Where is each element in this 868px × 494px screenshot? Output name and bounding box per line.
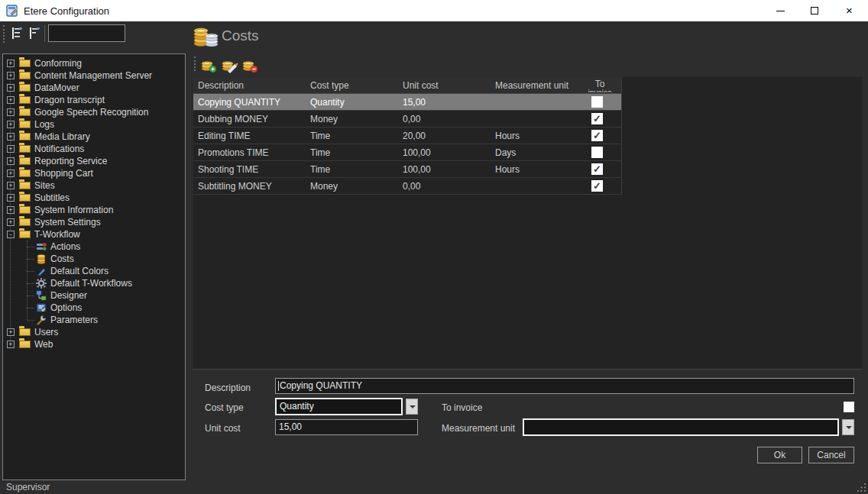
edit-cost-button[interactable] — [220, 56, 238, 74]
coins-edit-icon — [220, 56, 238, 74]
folder-icon — [19, 328, 31, 336]
folder-icon — [19, 170, 31, 177]
sidebar-item-google-speech-recognition[interactable]: +Google Speech Recognition — [3, 106, 185, 118]
chevron-down-icon[interactable] — [842, 419, 854, 435]
ok-button[interactable]: Ok — [757, 447, 802, 463]
description-label: Description — [205, 383, 251, 393]
column-header-description[interactable]: Description — [198, 80, 244, 91]
options-icon — [36, 302, 47, 313]
table-row[interactable]: Promotions TIME Time 100,00 Days — [193, 144, 621, 161]
sidebar-item-content-management-server[interactable]: +Content Management Server — [3, 69, 185, 82]
expand-icon[interactable]: + — [7, 182, 15, 189]
expand-icon[interactable]: + — [7, 206, 15, 214]
expand-icon[interactable]: + — [7, 121, 15, 128]
add-cost-button[interactable] — [199, 56, 218, 74]
expand-icon[interactable]: + — [7, 328, 15, 336]
sidebar-item-system-settings[interactable]: +System Settings — [3, 216, 185, 228]
to-invoice-checkbox[interactable]: ✓ — [591, 113, 603, 124]
sidebar-item-users[interactable]: +Users — [3, 326, 185, 338]
sidebar-item-actions[interactable]: Actions — [3, 241, 185, 253]
sidebar-item-notifications[interactable]: +Notifications — [3, 143, 185, 155]
expand-icon[interactable]: + — [7, 341, 15, 348]
sidebar-item-logs[interactable]: +Logs — [3, 118, 185, 131]
to-invoice-checkbox[interactable]: ✓ — [591, 180, 603, 192]
minimize-button[interactable] — [763, 0, 798, 21]
sidebar-item-parameters[interactable]: Parameters — [3, 314, 185, 326]
sidebar-item-t-workflow[interactable]: -T-Workflow — [3, 228, 185, 241]
sidebar-item-media-library[interactable]: +Media Library — [3, 131, 185, 143]
designer-icon — [36, 290, 47, 301]
folder-icon — [19, 182, 31, 189]
maximize-button[interactable] — [798, 0, 832, 21]
to-invoice-checkbox[interactable] — [591, 96, 603, 108]
expand-icon[interactable]: + — [7, 157, 15, 165]
table-row[interactable]: Subtitling MONEY Money 0,00 ✓ — [193, 178, 621, 195]
coins-add-icon — [199, 56, 218, 74]
tree-filter-input[interactable] — [48, 24, 125, 42]
delete-cost-button[interactable] — [241, 56, 259, 74]
sidebar-item-options[interactable]: Options — [3, 302, 185, 314]
sidebar-item-web[interactable]: +Web — [3, 338, 185, 350]
expand-icon[interactable]: + — [7, 218, 15, 226]
sidebar-item-sites[interactable]: +Sites — [3, 179, 185, 192]
to-invoice-checkbox[interactable] — [591, 147, 603, 158]
collapse-icon[interactable]: - — [7, 231, 15, 238]
statusbar: Supervisor — [0, 481, 868, 494]
logged-in-user: Supervisor — [6, 482, 50, 492]
expand-icon[interactable]: + — [7, 84, 15, 92]
sidebar-item-costs[interactable]: Costs — [3, 253, 185, 265]
cost-type-select[interactable]: Quantity — [275, 398, 418, 415]
sidebar-item-conforming[interactable]: +Conforming — [3, 57, 185, 69]
sidebar-item-shopping-cart[interactable]: +Shopping Cart — [3, 167, 185, 179]
unit-cost-input[interactable]: 15,00 — [275, 419, 418, 435]
titlebar: Etere Configuration × — [0, 0, 868, 21]
cancel-button[interactable]: Cancel — [808, 447, 854, 463]
costs-toolbar-grip[interactable] — [194, 57, 196, 71]
table-row[interactable]: Shooting TIME Time 100,00 Hours ✓ — [193, 161, 621, 178]
table-row[interactable]: Dubbing MONEY Money 0,00 ✓ — [193, 111, 621, 128]
sidebar-item-reporting-service[interactable]: +Reporting Service — [3, 155, 185, 167]
sidebar-item-default-colors[interactable]: Default Colors — [3, 265, 185, 277]
expand-icon[interactable]: + — [7, 108, 15, 116]
folder-icon — [19, 206, 31, 214]
column-header-to-invoice[interactable]: To invoice — [579, 79, 620, 92]
table-row[interactable]: Editing TIME Time 20,00 Hours ✓ — [193, 128, 621, 144]
table-header-row: Description Cost type Unit cost Measurem… — [193, 77, 621, 94]
expand-icon[interactable]: + — [7, 72, 15, 79]
toolbar-grip[interactable] — [3, 25, 5, 43]
costs-list-panel: Description Cost type Unit cost Measurem… — [193, 76, 863, 370]
column-header-cost-type[interactable]: Cost type — [310, 80, 349, 91]
sidebar-item-designer[interactable]: Designer — [3, 289, 185, 302]
coins-delete-icon — [241, 56, 259, 74]
gear-icon — [36, 278, 47, 289]
description-input[interactable]: Copying QUANTITY — [275, 378, 854, 394]
expand-icon[interactable]: + — [7, 133, 15, 140]
sidebar-item-subtitles[interactable]: +Subtitles — [3, 192, 185, 204]
coins-icon — [36, 253, 47, 264]
tree-expand-icon[interactable] — [10, 26, 24, 40]
to-invoice-checkbox[interactable]: ✓ — [591, 163, 603, 175]
table-row[interactable]: Copying QUANTITY Quantity 15,00 — [193, 94, 621, 111]
to-invoice-form-checkbox[interactable] — [844, 402, 854, 412]
app-logo-icon — [6, 4, 20, 18]
sidebar-item-datamover[interactable]: +DataMover — [3, 82, 185, 94]
tree-collapse-icon[interactable] — [28, 26, 42, 40]
sidebar-item-dragon-transcript[interactable]: +Dragon transcript — [3, 94, 185, 106]
measurement-unit-select[interactable] — [523, 418, 854, 436]
column-header-unit-cost[interactable]: Unit cost — [403, 80, 439, 91]
sidebar-item-default-t-workflows[interactable]: Default T-Workflows — [3, 277, 185, 289]
expand-icon[interactable]: + — [7, 60, 15, 67]
column-header-measurement-unit[interactable]: Measurement unit — [495, 80, 568, 91]
expand-icon[interactable]: + — [7, 170, 15, 177]
folder-icon — [19, 96, 31, 104]
expand-icon[interactable]: + — [7, 194, 15, 202]
expand-icon[interactable]: + — [7, 96, 15, 104]
close-button[interactable]: × — [832, 0, 866, 21]
resize-grip[interactable] — [857, 483, 866, 492]
to-invoice-checkbox[interactable]: ✓ — [591, 130, 603, 141]
folder-icon — [19, 72, 31, 79]
chevron-down-icon[interactable] — [406, 399, 418, 415]
measurement-unit-label: Measurement unit — [442, 423, 515, 434]
expand-icon[interactable]: + — [7, 145, 15, 153]
sidebar-item-system-information[interactable]: +System Information — [3, 204, 185, 216]
